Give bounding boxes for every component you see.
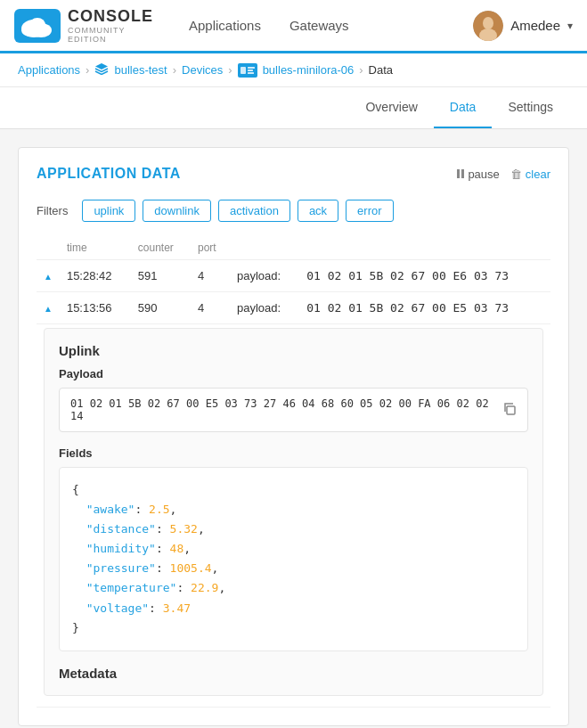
payload-label-1: payload: [230,260,299,292]
main-content: APPLICATION DATA pause 🗑 clear Filters u… [0,129,587,728]
expanded-row: Uplink Payload 01 02 01 5B 02 67 00 E5 0… [37,324,550,708]
breadcrumb-device-name[interactable]: bulles-minilora-06 [263,63,355,77]
payload-hex-2: 01 02 01 5B 02 67 00 E5 03 73 [299,292,550,324]
breadcrumb-applications[interactable]: Applications [18,63,80,77]
breadcrumb-sep-2: › [173,63,176,77]
user-name: Amedee [510,18,560,33]
app-data-card: APPLICATION DATA pause 🗑 clear Filters u… [18,147,569,726]
col-port: port [191,236,230,260]
stack-icon [94,62,109,78]
data-table: time counter port ▲ 15:28:42 591 4 paylo… [37,236,550,708]
pause-button[interactable]: pause [457,168,499,181]
tabs-bar: Overview Data Settings [0,87,587,129]
json-block: { "awake": 2.5, "distance": 5.32, "humid… [59,467,528,651]
port-2: 4 [191,292,230,324]
payload-hex-1: 01 02 01 5B 02 67 00 E6 03 73 [299,260,550,292]
table-row[interactable]: ▲ 15:28:42 591 4 payload: 01 02 01 5B 02… [37,260,550,292]
pause-label: pause [468,168,499,181]
top-navigation: CONSOLE COMMUNITYEDITION Applications Ga… [0,0,587,53]
breadcrumb-devices[interactable]: Devices [182,63,223,77]
col-time: time [60,236,131,260]
breadcrumb: Applications › bulles-test › Devices › b… [0,53,587,87]
payload-full-hex: 01 02 01 5B 02 67 00 E5 03 73 27 46 04 6… [70,397,495,422]
counter-1: 591 [131,260,191,292]
tab-settings[interactable]: Settings [492,87,569,128]
avatar [473,11,503,41]
device-icon [238,63,257,78]
fields-section: Fields { "awake": 2.5, "distance": 5.32,… [59,446,528,651]
breadcrumb-sep-4: › [359,63,363,77]
expanded-detail: Uplink Payload 01 02 01 5B 02 67 00 E5 0… [44,328,543,696]
nav-links: Applications Gateways [189,11,473,40]
metadata-label: Metadata [59,666,528,681]
svg-rect-9 [241,67,246,74]
breadcrumb-sep-1: › [86,63,89,77]
filters-label: Filters [37,204,68,217]
table-row[interactable]: ▲ 15:13:56 590 4 payload: 01 02 01 5B 02… [37,292,550,324]
tab-data[interactable]: Data [434,87,493,128]
clear-button[interactable]: 🗑 clear [510,168,550,181]
user-menu[interactable]: Amedee ▾ [473,11,573,41]
console-title: CONSOLE [68,7,153,26]
expand-icon-1[interactable]: ▲ [44,272,53,282]
copy-button[interactable] [502,402,517,419]
counter-2: 590 [131,292,191,324]
chevron-down-icon: ▾ [567,20,573,32]
filter-error[interactable]: error [346,200,393,222]
payload-section-label: Payload [59,367,528,380]
filter-activation[interactable]: activation [218,200,290,222]
clear-label: clear [526,168,550,181]
breadcrumb-sep-3: › [228,63,232,77]
trash-icon: 🗑 [510,168,522,181]
detail-title: Uplink [59,343,528,358]
filters-row: Filters uplink downlink activation ack e… [37,200,550,222]
svg-rect-13 [507,406,515,414]
payload-box: 01 02 01 5B 02 67 00 E5 03 73 27 46 04 6… [59,388,528,432]
port-1: 4 [191,260,230,292]
app-data-title: APPLICATION DATA [37,166,181,182]
breadcrumb-bulles-test[interactable]: bulles-test [114,63,167,77]
svg-point-6 [483,17,493,29]
svg-rect-12 [248,72,254,74]
nav-gateways[interactable]: Gateways [289,11,349,40]
svg-rect-10 [248,67,255,69]
time-1: 15:28:42 [60,260,131,292]
nav-applications[interactable]: Applications [189,11,261,40]
col-counter: counter [131,236,191,260]
fields-label: Fields [59,446,528,460]
svg-point-4 [29,18,45,32]
expand-icon-2[interactable]: ▲ [44,304,53,314]
app-data-header: APPLICATION DATA pause 🗑 clear [37,166,550,182]
logo-icon [14,9,61,43]
filter-uplink[interactable]: uplink [82,200,135,222]
time-2: 15:13:56 [60,292,131,324]
tab-overview[interactable]: Overview [349,87,433,128]
pause-icon [457,169,464,178]
filter-ack[interactable]: ack [298,200,338,222]
svg-rect-11 [248,70,253,71]
console-branding: CONSOLE COMMUNITYEDITION [68,7,153,44]
header-actions: pause 🗑 clear [457,168,550,181]
console-subtitle: COMMUNITYEDITION [68,26,153,44]
filter-downlink[interactable]: downlink [143,200,211,222]
breadcrumb-current: Data [369,63,393,77]
logo-area: CONSOLE COMMUNITYEDITION [14,7,153,44]
payload-label-2: payload: [230,292,299,324]
